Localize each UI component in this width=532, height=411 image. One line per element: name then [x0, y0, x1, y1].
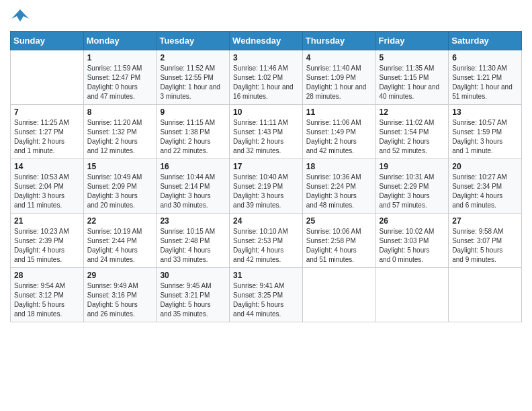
day-number: 10	[233, 107, 299, 117]
day-info: Sunrise: 10:06 AM Sunset: 2:58 PM Daylig…	[306, 227, 372, 265]
header-row: SundayMondayTuesdayWednesdayThursdayFrid…	[11, 32, 522, 50]
day-number: 6	[452, 53, 518, 62]
day-number: 24	[233, 216, 299, 226]
calendar-cell	[11, 50, 84, 105]
calendar-cell: 3Sunrise: 11:46 AM Sunset: 1:02 PM Dayli…	[230, 50, 303, 105]
day-info: Sunrise: 9:41 AM Sunset: 3:25 PM Dayligh…	[233, 281, 299, 319]
calendar-cell: 2Sunrise: 11:52 AM Sunset: 12:55 PM Dayl…	[157, 50, 230, 105]
calendar-cell: 4Sunrise: 11:40 AM Sunset: 1:09 PM Dayli…	[302, 50, 375, 105]
calendar-cell: 27Sunrise: 9:58 AM Sunset: 3:07 PM Dayli…	[449, 214, 522, 268]
day-info: Sunrise: 11:25 AM Sunset: 1:27 PM Daylig…	[14, 118, 80, 156]
day-number: 18	[306, 162, 372, 171]
day-info: Sunrise: 11:46 AM Sunset: 1:02 PM Daylig…	[233, 64, 299, 101]
day-number: 20	[452, 162, 518, 171]
calendar-week-row: 28Sunrise: 9:54 AM Sunset: 3:12 PM Dayli…	[11, 268, 522, 322]
calendar-cell: 13Sunrise: 10:57 AM Sunset: 1:59 PM Dayl…	[449, 105, 522, 159]
day-number: 30	[160, 271, 226, 280]
day-number: 2	[160, 53, 226, 62]
calendar-week-row: 1Sunrise: 11:59 AM Sunset: 12:47 PM Dayl…	[11, 50, 522, 105]
logo	[10, 7, 33, 26]
calendar-week-row: 14Sunrise: 10:53 AM Sunset: 2:04 PM Dayl…	[11, 159, 522, 214]
day-number: 1	[87, 53, 153, 62]
calendar-cell: 15Sunrise: 10:49 AM Sunset: 2:09 PM Dayl…	[83, 159, 157, 214]
day-number: 8	[87, 107, 153, 117]
calendar-cell	[302, 268, 375, 322]
header-day: Tuesday	[157, 32, 230, 50]
day-number: 4	[306, 53, 372, 62]
day-info: Sunrise: 10:40 AM Sunset: 2:19 PM Daylig…	[233, 173, 299, 210]
day-info: Sunrise: 10:44 AM Sunset: 2:14 PM Daylig…	[160, 173, 226, 210]
calendar-cell: 21Sunrise: 10:23 AM Sunset: 2:39 PM Dayl…	[11, 214, 84, 268]
calendar-cell: 31Sunrise: 9:41 AM Sunset: 3:25 PM Dayli…	[230, 268, 303, 322]
day-number: 16	[160, 162, 226, 171]
calendar-cell: 9Sunrise: 11:15 AM Sunset: 1:38 PM Dayli…	[157, 105, 230, 159]
calendar-cell: 25Sunrise: 10:06 AM Sunset: 2:58 PM Dayl…	[302, 214, 375, 268]
calendar-cell: 28Sunrise: 9:54 AM Sunset: 3:12 PM Dayli…	[11, 268, 84, 322]
day-number: 21	[14, 216, 80, 226]
page-header	[10, 7, 522, 26]
calendar-cell: 20Sunrise: 10:27 AM Sunset: 2:34 PM Dayl…	[449, 159, 522, 214]
calendar-table: SundayMondayTuesdayWednesdayThursdayFrid…	[10, 31, 522, 322]
calendar-cell	[375, 268, 449, 322]
day-number: 9	[160, 107, 226, 117]
day-number: 14	[14, 162, 80, 171]
calendar-cell: 29Sunrise: 9:49 AM Sunset: 3:16 PM Dayli…	[83, 268, 157, 322]
day-info: Sunrise: 10:49 AM Sunset: 2:09 PM Daylig…	[87, 173, 153, 210]
calendar-week-row: 7Sunrise: 11:25 AM Sunset: 1:27 PM Dayli…	[11, 105, 522, 159]
day-info: Sunrise: 11:52 AM Sunset: 12:55 PM Dayli…	[160, 64, 226, 101]
day-number: 22	[87, 216, 153, 226]
day-number: 7	[14, 107, 80, 117]
day-number: 15	[87, 162, 153, 171]
day-info: Sunrise: 11:06 AM Sunset: 1:49 PM Daylig…	[306, 118, 372, 156]
day-info: Sunrise: 10:10 AM Sunset: 2:53 PM Daylig…	[233, 227, 299, 265]
day-number: 3	[233, 53, 299, 62]
day-info: Sunrise: 10:23 AM Sunset: 2:39 PM Daylig…	[14, 227, 80, 265]
calendar-cell: 8Sunrise: 11:20 AM Sunset: 1:32 PM Dayli…	[83, 105, 157, 159]
header-day: Friday	[375, 32, 449, 50]
calendar-cell: 30Sunrise: 9:45 AM Sunset: 3:21 PM Dayli…	[157, 268, 230, 322]
calendar-cell: 5Sunrise: 11:35 AM Sunset: 1:15 PM Dayli…	[375, 50, 449, 105]
day-number: 23	[160, 216, 226, 226]
day-number: 25	[306, 216, 372, 226]
calendar-cell: 18Sunrise: 10:36 AM Sunset: 2:24 PM Dayl…	[302, 159, 375, 214]
day-number: 12	[380, 107, 445, 117]
day-info: Sunrise: 11:35 AM Sunset: 1:15 PM Daylig…	[380, 64, 445, 101]
day-info: Sunrise: 9:54 AM Sunset: 3:12 PM Dayligh…	[14, 281, 80, 319]
svg-marker-0	[11, 9, 29, 21]
day-number: 11	[306, 107, 372, 117]
day-info: Sunrise: 9:45 AM Sunset: 3:21 PM Dayligh…	[160, 281, 226, 319]
calendar-cell: 7Sunrise: 11:25 AM Sunset: 1:27 PM Dayli…	[11, 105, 84, 159]
day-number: 19	[380, 162, 445, 171]
day-info: Sunrise: 11:20 AM Sunset: 1:32 PM Daylig…	[87, 118, 153, 156]
header-day: Thursday	[302, 32, 375, 50]
calendar-body: 1Sunrise: 11:59 AM Sunset: 12:47 PM Dayl…	[11, 50, 522, 322]
calendar-cell: 11Sunrise: 11:06 AM Sunset: 1:49 PM Dayl…	[302, 105, 375, 159]
calendar-cell: 12Sunrise: 11:02 AM Sunset: 1:54 PM Dayl…	[375, 105, 449, 159]
calendar-cell: 19Sunrise: 10:31 AM Sunset: 2:29 PM Dayl…	[375, 159, 449, 214]
day-info: Sunrise: 10:57 AM Sunset: 1:59 PM Daylig…	[452, 118, 518, 156]
day-number: 27	[452, 216, 518, 226]
calendar-header: SundayMondayTuesdayWednesdayThursdayFrid…	[11, 32, 522, 50]
day-info: Sunrise: 9:58 AM Sunset: 3:07 PM Dayligh…	[452, 227, 518, 265]
day-number: 17	[233, 162, 299, 171]
day-info: Sunrise: 11:15 AM Sunset: 1:38 PM Daylig…	[160, 118, 226, 156]
day-info: Sunrise: 10:36 AM Sunset: 2:24 PM Daylig…	[306, 173, 372, 210]
day-info: Sunrise: 10:27 AM Sunset: 2:34 PM Daylig…	[452, 173, 518, 210]
day-info: Sunrise: 10:31 AM Sunset: 2:29 PM Daylig…	[380, 173, 445, 210]
day-info: Sunrise: 11:30 AM Sunset: 1:21 PM Daylig…	[452, 64, 518, 101]
day-info: Sunrise: 11:11 AM Sunset: 1:43 PM Daylig…	[233, 118, 299, 156]
day-number: 26	[380, 216, 445, 226]
day-number: 31	[233, 271, 299, 280]
calendar-cell: 26Sunrise: 10:02 AM Sunset: 3:03 PM Dayl…	[375, 214, 449, 268]
calendar-week-row: 21Sunrise: 10:23 AM Sunset: 2:39 PM Dayl…	[11, 214, 522, 268]
calendar-cell: 10Sunrise: 11:11 AM Sunset: 1:43 PM Dayl…	[230, 105, 303, 159]
day-info: Sunrise: 11:02 AM Sunset: 1:54 PM Daylig…	[380, 118, 445, 156]
day-info: Sunrise: 10:19 AM Sunset: 2:44 PM Daylig…	[87, 227, 153, 265]
calendar-cell: 23Sunrise: 10:15 AM Sunset: 2:48 PM Dayl…	[157, 214, 230, 268]
day-number: 29	[87, 271, 153, 280]
calendar-cell	[449, 268, 522, 322]
header-day: Sunday	[11, 32, 84, 50]
calendar-cell: 14Sunrise: 10:53 AM Sunset: 2:04 PM Dayl…	[11, 159, 84, 214]
calendar-cell: 22Sunrise: 10:19 AM Sunset: 2:44 PM Dayl…	[83, 214, 157, 268]
header-day: Wednesday	[230, 32, 303, 50]
